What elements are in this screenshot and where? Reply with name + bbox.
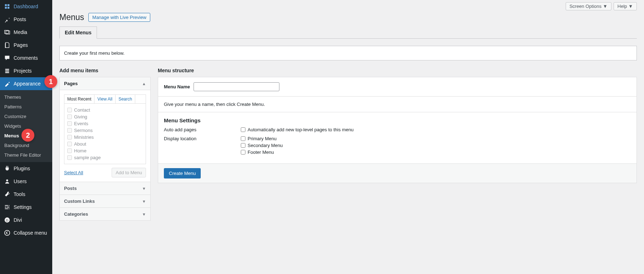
pin-icon: [4, 16, 11, 23]
sidebar-item-plugins[interactable]: Plugins: [0, 162, 52, 175]
accordion-header[interactable]: Posts▼: [60, 182, 150, 195]
chevron-down-icon: ▼: [142, 199, 146, 204]
settings-icon: [4, 204, 11, 211]
screen-options-button[interactable]: Screen Options ▼: [566, 2, 611, 10]
menu-settings-title: Menu Settings: [164, 117, 631, 123]
chevron-up-icon: ▲: [142, 82, 146, 86]
accordion-title: Posts: [64, 186, 77, 191]
sidebar-item-label: Pages: [14, 42, 28, 48]
create-menu-button[interactable]: Create Menu: [164, 168, 201, 178]
sidebar-item-users[interactable]: Users: [0, 175, 52, 188]
page-label: Events: [74, 121, 88, 126]
page-checkbox[interactable]: [67, 108, 72, 112]
sidebar-item-label: Settings: [14, 204, 32, 210]
add-items-heading: Add menu items: [59, 68, 151, 73]
main-content: Screen Options ▼ Help ▼ Menus Manage wit…: [52, 0, 644, 274]
users-icon: [4, 178, 11, 185]
page-checkbox[interactable]: [67, 121, 72, 126]
page-checkbox[interactable]: [67, 142, 72, 146]
sidebar-item-pages[interactable]: Pages: [0, 39, 52, 52]
accordion-title: Categories: [64, 211, 88, 217]
sidebar-item-comments[interactable]: Comments: [0, 52, 52, 64]
annotation-badge-1: 1: [44, 75, 57, 88]
inner-tab-search[interactable]: Search: [116, 95, 135, 103]
chevron-down-icon: ▼: [142, 186, 146, 191]
sidebar-item-label: Posts: [14, 16, 26, 22]
menu-structure-heading: Menu structure: [158, 68, 637, 73]
sidebar-item-media[interactable]: Media: [0, 26, 52, 39]
accordion-custom-links: Custom Links▼: [59, 195, 151, 208]
media-icon: [4, 29, 11, 36]
sidebar-item-label: Dashboard: [14, 4, 38, 9]
sidebar-item-label: Plugins: [14, 166, 30, 171]
svg-text:D: D: [6, 219, 9, 222]
inner-tab-most-recent[interactable]: Most Recent: [64, 95, 94, 103]
page-label: Home: [74, 148, 87, 153]
accordion-pages: Pages▲Most RecentView AllSearchContactGi…: [59, 77, 151, 182]
sidebar-sub-menus[interactable]: Menus2: [0, 131, 52, 141]
location-checkbox[interactable]: [241, 150, 245, 155]
sidebar-item-divi[interactable]: DDivi: [0, 214, 52, 226]
sidebar-sub-themes[interactable]: Themes: [0, 92, 52, 102]
page-checkbox[interactable]: [67, 114, 72, 119]
page-checkbox[interactable]: [67, 128, 72, 133]
manage-live-preview-button[interactable]: Manage with Live Preview: [88, 13, 150, 22]
sidebar-item-label: Media: [14, 29, 27, 35]
page-checkbox[interactable]: [67, 155, 72, 160]
sidebar-item-label: Appearance: [14, 81, 41, 87]
select-all-link[interactable]: Select All: [64, 170, 83, 175]
location-checkbox[interactable]: [241, 143, 245, 148]
svg-point-3: [5, 230, 10, 235]
projects-icon: [4, 67, 11, 74]
sidebar-sub-customize[interactable]: Customize: [0, 112, 52, 121]
pages-icon: [4, 41, 11, 49]
help-button[interactable]: Help ▼: [614, 2, 637, 10]
page-label: About: [74, 141, 86, 147]
accordion-header[interactable]: Custom Links▼: [60, 195, 150, 207]
auto-add-checkbox[interactable]: [241, 127, 245, 132]
notice: Create your first menu below.: [59, 46, 637, 60]
sidebar-item-label: Users: [14, 178, 27, 184]
nav-tabs: Edit Menus: [59, 26, 637, 39]
sidebar-item-appearance[interactable]: Appearance1: [0, 77, 52, 90]
inner-tab-view-all[interactable]: View All: [94, 95, 116, 103]
tab-edit-menus[interactable]: Edit Menus: [59, 26, 97, 39]
location-option[interactable]: Primary Menu: [241, 136, 283, 141]
menu-structure-panel: Menu Name Give your menu a name, then cl…: [158, 77, 637, 183]
page-checkbox[interactable]: [67, 148, 72, 153]
sidebar-item-label: Divi: [14, 217, 22, 223]
collapse-menu[interactable]: Collapse menu: [0, 226, 52, 239]
page-label: Sermons: [74, 128, 93, 133]
collapse-icon: [4, 229, 11, 236]
sidebar-item-projects[interactable]: Projects: [0, 64, 52, 77]
sidebar-item-tools[interactable]: Tools: [0, 188, 52, 201]
accordion-posts: Posts▼: [59, 182, 151, 195]
sidebar-sub-background[interactable]: Background: [0, 141, 52, 150]
auto-add-label: Auto add pages: [164, 127, 241, 134]
sidebar-item-posts[interactable]: Posts: [0, 13, 52, 26]
admin-sidebar: DashboardPostsMediaPagesCommentsProjects…: [0, 0, 52, 274]
chevron-down-icon: ▼: [142, 212, 146, 216]
display-location-label: Display location: [164, 136, 241, 156]
menu-hint: Give your menu a name, then click Create…: [164, 102, 631, 107]
auto-add-option[interactable]: Automatically add new top-level pages to…: [241, 127, 353, 132]
location-checkbox[interactable]: [241, 136, 245, 141]
menu-name-input[interactable]: [194, 82, 279, 91]
accordion-header[interactable]: Pages▲: [60, 77, 150, 90]
page-title: Menus: [59, 13, 84, 22]
accordion-header[interactable]: Categories▼: [60, 208, 150, 220]
plugins-icon: [4, 165, 11, 172]
page-label: sample page: [74, 155, 101, 160]
page-label: Contact: [74, 107, 90, 113]
sidebar-sub-patterns[interactable]: Patterns: [0, 102, 52, 112]
sidebar-sub-theme-file-editor[interactable]: Theme File Editor: [0, 150, 52, 160]
divi-icon: D: [4, 216, 11, 224]
location-option[interactable]: Footer Menu: [241, 150, 283, 155]
location-option[interactable]: Secondary Menu: [241, 143, 283, 148]
sidebar-item-dashboard[interactable]: Dashboard: [0, 0, 52, 13]
accordion-title: Custom Links: [64, 199, 95, 204]
dashboard-icon: [4, 3, 11, 10]
sidebar-item-settings[interactable]: Settings: [0, 201, 52, 214]
comments-icon: [4, 54, 11, 62]
page-checkbox[interactable]: [67, 135, 72, 140]
